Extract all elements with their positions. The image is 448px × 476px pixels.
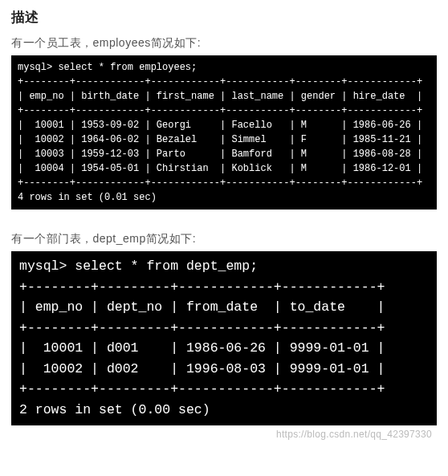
terminal-dept-emp: mysql> select * from dept_emp; +--------… [11,251,437,425]
watermark: https://blog.csdn.net/qq_42397330 [11,429,437,440]
terminal-employees: mysql> select * from employees; +-------… [11,55,437,210]
section2-intro: 有一个部门表，dept_emp简况如下: [11,232,437,246]
page-heading: 描述 [11,8,437,26]
section1-intro: 有一个员工表，employees简况如下: [11,36,437,51]
